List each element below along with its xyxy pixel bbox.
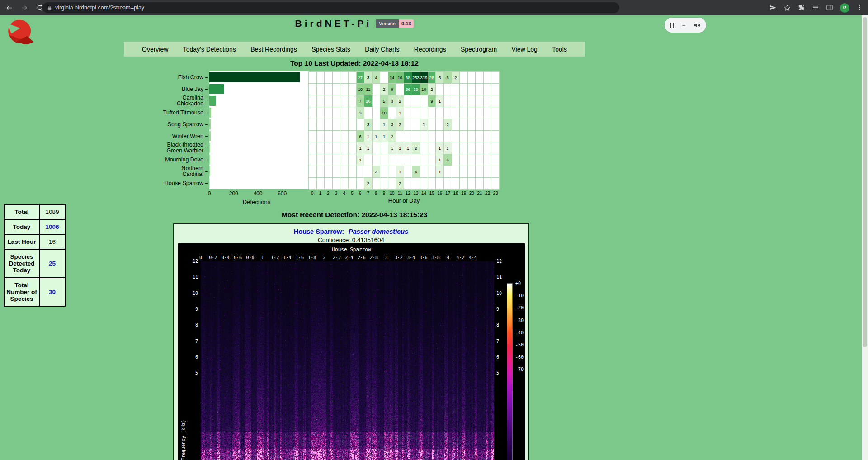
nav-item-daily-charts[interactable]: Daily Charts — [365, 46, 399, 53]
heatmap-cell — [452, 131, 460, 142]
stats-label: Total Number of Species — [4, 278, 39, 306]
heatmap-cell — [436, 178, 444, 190]
heatmap-cell — [388, 178, 396, 190]
volume-icon[interactable] — [693, 22, 701, 29]
nav-item-spectrogram[interactable]: Spectrogram — [461, 46, 497, 53]
heatmap-cell — [428, 107, 436, 119]
heatmap-cell — [317, 84, 325, 95]
nav-item-tools[interactable]: Tools — [552, 46, 567, 53]
heatmap-cell: 2 — [396, 95, 404, 107]
spec-x-tick: 3·8 — [432, 255, 440, 260]
heatmap-cell — [420, 178, 428, 190]
pause-button[interactable] — [670, 23, 674, 28]
bookmark-star-icon[interactable] — [783, 4, 791, 12]
side-panel-icon[interactable] — [826, 4, 833, 11]
stats-value-link[interactable]: 1006 — [39, 219, 65, 234]
spec-x-tick: 0·4 — [222, 255, 230, 260]
heatmap-cell — [412, 119, 420, 131]
hour-axis-tick: 0 — [308, 191, 316, 196]
heatmap-cell — [468, 142, 476, 154]
heatmap-cell — [484, 72, 492, 84]
nav-item-recordings[interactable]: Recordings — [414, 46, 446, 53]
browser-toolbar: virginia.birdnetpi.com/?stream=play P — [0, 0, 868, 15]
heatmap-cell — [460, 178, 468, 190]
profile-avatar[interactable]: P — [840, 3, 849, 13]
colorbar-tick: -70 — [515, 367, 524, 372]
heatmap-cell — [476, 84, 484, 95]
heatmap-cell: 1 — [380, 131, 388, 142]
heatmap-cell — [340, 178, 349, 190]
spectrogram-ylabel: Frequency (kHz) — [181, 270, 186, 460]
heatmap-cell: 28 — [428, 72, 436, 84]
heatmap-cell — [491, 107, 500, 119]
back-icon[interactable] — [3, 1, 15, 14]
stats-label: Total — [4, 204, 39, 219]
hour-axis-tick: 11 — [396, 191, 404, 196]
heatmap-cell — [325, 72, 333, 84]
colorbar-tick: +0 — [515, 281, 521, 286]
send-tab-icon[interactable] — [769, 4, 777, 11]
heatmap-cell — [412, 178, 420, 190]
heatmap-cell — [491, 131, 500, 142]
scrollbar-thumb[interactable] — [863, 17, 867, 347]
nav-item-overview[interactable]: Overview — [142, 46, 168, 53]
spec-x-tick: 0·2 — [209, 255, 217, 260]
heatmap-cell — [484, 131, 492, 142]
heatmap-cell — [428, 154, 436, 166]
heatmap-cell — [404, 166, 412, 178]
heatmap-cell: 11 — [364, 84, 373, 95]
spec-x-tick: 3·4 — [407, 255, 415, 260]
bar-axis-tick: 600 — [278, 190, 287, 197]
forward-icon[interactable] — [18, 1, 31, 14]
bar-axis-tick: 0 — [208, 190, 211, 197]
heatmap-cell: 1 — [436, 142, 444, 154]
heatmap-cell: 26 — [364, 95, 373, 107]
heatmap-cell — [484, 84, 492, 95]
heatmap-cell — [325, 154, 333, 166]
nav-item-best-recordings[interactable]: Best Recordings — [250, 46, 297, 53]
url-text: virginia.birdnetpi.com/?stream=play — [55, 5, 144, 11]
most-recent-label: Most Recent Detection: — [282, 211, 359, 218]
heatmap-cell — [476, 178, 484, 190]
heatmap-cell — [388, 166, 396, 178]
heatmap-cell — [428, 166, 436, 178]
hour-axis-tick: 21 — [476, 191, 484, 196]
stats-value-link[interactable]: 30 — [39, 278, 65, 306]
heatmap-cell — [452, 84, 460, 95]
nav-item-species-stats[interactable]: Species Stats — [311, 46, 350, 53]
nav-item-view-log[interactable]: View Log — [512, 46, 538, 53]
heatmap-cell — [491, 119, 500, 131]
spec-y-tick: 11 — [496, 275, 506, 280]
detections-bar — [209, 84, 224, 94]
spec-y-tick: 9 — [189, 307, 198, 312]
nav-item-today-s-detections[interactable]: Today's Detections — [183, 46, 236, 53]
stats-row: Total1089 — [4, 204, 65, 219]
reading-list-icon[interactable] — [812, 4, 819, 11]
heatmap-cell: 3 — [357, 107, 365, 119]
heatmap-cell: 5 — [380, 95, 388, 107]
stats-label: Last Hour — [4, 234, 39, 249]
detection-species-line: House Sparrow:Passer domesticus — [174, 228, 528, 235]
url-bar[interactable]: virginia.birdnetpi.com/?stream=play — [42, 2, 619, 13]
menu-icon[interactable] — [856, 4, 863, 11]
heatmap-cell — [460, 95, 468, 107]
heatmap-cell — [317, 107, 325, 119]
hour-axis-tick: 4 — [340, 191, 349, 196]
hour-axis-tick: 5 — [348, 191, 356, 196]
heatmap-cell — [484, 178, 492, 190]
stats-value-link[interactable]: 25 — [39, 249, 65, 278]
heatmap-cell — [340, 166, 349, 178]
heatmap-cell — [428, 178, 436, 190]
birdnet-logo[interactable] — [4, 17, 37, 52]
heatmap-cell — [412, 107, 420, 119]
extensions-icon[interactable] — [798, 4, 805, 11]
heatmap-cell: 4 — [373, 72, 381, 84]
spec-x-tick: 2 — [323, 255, 326, 260]
heatmap-cell: 2 — [412, 142, 420, 154]
audio-player — [665, 18, 706, 33]
heatmap-cell — [396, 84, 404, 95]
species-label: Tufted Titmouse — [149, 107, 208, 119]
heatmap-cell — [340, 119, 349, 131]
heatmap-cell: 6 — [357, 131, 365, 142]
heatmap-cell — [309, 178, 317, 190]
